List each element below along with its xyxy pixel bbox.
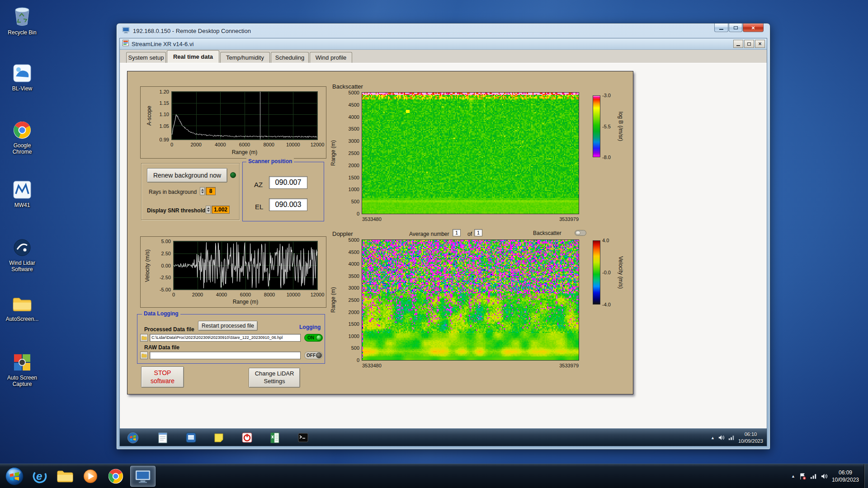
tab-label: Scheduling bbox=[275, 54, 304, 61]
app-titlebar[interactable]: StreamLine XR v14-6.vi × bbox=[120, 38, 767, 50]
desktop-icon-recycle-bin[interactable]: Recycle Bin bbox=[5, 6, 40, 36]
remote-taskbar: ▲ 06:10 10/09/2023 bbox=[120, 428, 767, 446]
doppler-title: Doppler bbox=[332, 230, 353, 237]
tab-label: System setup bbox=[128, 54, 164, 61]
hidden-icons-chevron[interactable]: ▲ bbox=[791, 474, 795, 479]
tab-system-setup[interactable]: System setup bbox=[126, 52, 166, 63]
velocity-y-ticks: 5.002.500.00-2.50-5.00 bbox=[153, 241, 172, 290]
remote-start-button[interactable] bbox=[126, 431, 140, 444]
volume-icon[interactable] bbox=[821, 473, 828, 479]
renew-background-button[interactable]: Renew background now bbox=[147, 168, 227, 183]
processed-logging-toggle[interactable]: ON bbox=[304, 334, 323, 342]
taskbar-internet-explorer[interactable]: e bbox=[29, 466, 51, 487]
remote-system-tray: ▲ 06:10 10/09/2023 bbox=[711, 429, 763, 446]
internet-explorer-icon: e bbox=[32, 468, 48, 484]
remote-blue-app-icon[interactable] bbox=[184, 431, 198, 444]
app-minimize-button[interactable] bbox=[733, 40, 743, 48]
rays-value-box[interactable]: 8 bbox=[206, 187, 216, 195]
average-count-input[interactable]: 1 bbox=[474, 229, 482, 236]
desktop-icon-label: Auto Screen Capture bbox=[5, 375, 40, 388]
backscatter-colorbar-title: log B (/m/sr) bbox=[618, 95, 624, 157]
average-number-value: 1 bbox=[455, 230, 458, 235]
rdp-close-button[interactable]: × bbox=[743, 23, 764, 32]
remote-clock[interactable]: 06:10 10/09/2023 bbox=[738, 431, 763, 444]
rdp-maximize-button[interactable] bbox=[729, 23, 742, 32]
snr-value: 1.002 bbox=[214, 206, 227, 213]
rdp-titlebar[interactable]: 192.168.0.150 - Remote Desktop Connectio… bbox=[117, 23, 770, 38]
settings-label-1: Change LiDAR bbox=[255, 370, 294, 378]
remote-console-icon[interactable] bbox=[296, 431, 310, 444]
folder-icon bbox=[142, 336, 147, 340]
tab-real-time-data[interactable]: Real time data bbox=[167, 50, 219, 63]
rdp-minimize-button[interactable] bbox=[714, 23, 728, 32]
restart-processed-file-button[interactable]: Restart processed file bbox=[198, 321, 258, 331]
rays-value: 8 bbox=[209, 188, 212, 194]
remote-power-app-icon[interactable] bbox=[240, 431, 254, 444]
processed-file-path-field[interactable]: C:\Lidar\Data\Proc\2023\202309\20230910\… bbox=[150, 334, 301, 342]
taskbar-explorer[interactable] bbox=[54, 466, 76, 487]
scanner-position-title: Scanner position bbox=[246, 158, 294, 165]
desktop-icon-label: BL-View bbox=[5, 85, 40, 92]
backscatter-x-ticks: 35334803533979 bbox=[362, 216, 579, 221]
snr-value-box[interactable]: 1.002 bbox=[212, 206, 230, 214]
desktop-icon-wind-lidar[interactable]: Wind Lidar Software bbox=[5, 239, 40, 273]
remote-network-icon[interactable] bbox=[728, 435, 735, 441]
el-value-box[interactable]: 090.003 bbox=[269, 198, 307, 211]
tab-temp-humidity[interactable]: Temp/humidity bbox=[220, 52, 270, 63]
network-icon[interactable] bbox=[810, 473, 817, 479]
background-group: Renew background now Rays in background … bbox=[141, 163, 240, 220]
tab-scheduling[interactable]: Scheduling bbox=[271, 52, 309, 63]
raw-file-path-field[interactable] bbox=[150, 352, 301, 359]
taskbar-rdp-active[interactable] bbox=[130, 466, 156, 487]
raw-logging-toggle[interactable]: OFF bbox=[304, 352, 323, 359]
raw-file-browse-button[interactable] bbox=[140, 352, 148, 359]
tab-label: Wind profile bbox=[316, 54, 347, 61]
remote-sticky-notes-icon[interactable] bbox=[212, 431, 226, 444]
desktop-icon-google-chrome[interactable]: Google Chrome bbox=[5, 121, 40, 155]
front-panel: A-scope 1.201.151.101.050.99 02000400060… bbox=[127, 71, 633, 394]
app-restore-button[interactable] bbox=[744, 40, 754, 48]
rdp-monitor-icon bbox=[135, 469, 151, 483]
raw-data-file-label: RAW Data file bbox=[144, 344, 179, 351]
az-value-box[interactable]: 090.007 bbox=[269, 176, 307, 189]
desktop-icon-bl-view[interactable]: BL-View bbox=[5, 64, 40, 92]
processed-file-browse-button[interactable] bbox=[140, 334, 148, 342]
remote-spreadsheet-icon[interactable] bbox=[268, 431, 282, 444]
tab-wind-profile[interactable]: Wind profile bbox=[310, 52, 352, 63]
stop-software-button[interactable]: STOP software bbox=[141, 366, 184, 388]
remote-notepad-icon[interactable] bbox=[156, 431, 170, 444]
remote-session: StreamLine XR v14-6.vi × System setup Re… bbox=[119, 38, 767, 446]
remote-volume-icon[interactable] bbox=[718, 435, 725, 441]
scanner-position-group: Scanner position AZ 090.007 EL 090.003 bbox=[242, 162, 324, 221]
labview-vi-icon bbox=[123, 40, 129, 48]
backscatter-toggle[interactable] bbox=[575, 230, 586, 236]
action-center-flag-icon[interactable] bbox=[799, 473, 806, 480]
bl-view-icon bbox=[13, 64, 31, 84]
start-button[interactable] bbox=[4, 466, 25, 487]
desktop-icon-mw41[interactable]: MW41 bbox=[5, 181, 40, 208]
remote-hidden-icons-chevron[interactable]: ▲ bbox=[711, 436, 715, 440]
average-number-input[interactable]: 1 bbox=[453, 229, 461, 236]
change-lidar-settings-button[interactable]: Change LiDAR Settings bbox=[249, 368, 300, 388]
show-desktop-button[interactable] bbox=[864, 464, 868, 488]
taskbar-clock[interactable]: 06:09 10/09/2023 bbox=[832, 469, 859, 483]
ascope-x-ticks: 020004000600080001000012000 bbox=[172, 141, 317, 147]
app-close-button[interactable]: × bbox=[755, 40, 765, 48]
desktop-icon-auto-screen-capture[interactable]: Auto Screen Capture bbox=[5, 353, 40, 388]
rays-spinner[interactable] bbox=[200, 187, 205, 195]
settings-label-2: Settings bbox=[264, 378, 285, 385]
mw41-icon bbox=[13, 181, 31, 201]
el-value: 090.003 bbox=[275, 201, 302, 209]
svg-text:e: e bbox=[36, 470, 42, 482]
backscatter-toggle-label: Backscatter bbox=[533, 230, 561, 236]
ascope-plot bbox=[172, 92, 317, 140]
desktop: Recycle Bin BL-View Google Chrome MW41 W… bbox=[0, 0, 868, 488]
doppler-y-axis-title: Range (m) bbox=[330, 240, 336, 360]
average-count-value: 1 bbox=[477, 230, 480, 235]
desktop-icon-autoscreen-folder[interactable]: AutoScreen... bbox=[5, 296, 40, 322]
velocity-chart: Velocity (m/s) 5.002.500.00-2.50-5.00 02… bbox=[140, 236, 326, 308]
taskbar-media-player[interactable] bbox=[80, 466, 101, 487]
rays-in-background-label: Rays in background bbox=[149, 189, 197, 195]
taskbar-chrome[interactable] bbox=[105, 466, 127, 487]
snr-spinner[interactable] bbox=[206, 206, 211, 214]
